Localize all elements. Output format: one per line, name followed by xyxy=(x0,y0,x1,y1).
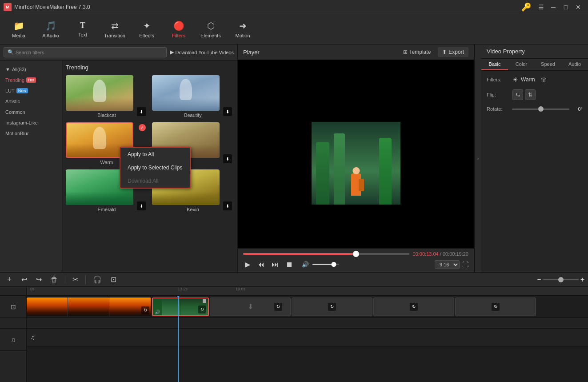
audio-track-row: ♫ xyxy=(27,329,588,346)
progress-bar[interactable] xyxy=(243,253,409,255)
expand-arrow-icon: ▼ xyxy=(5,67,10,72)
toolbar-media[interactable]: 📁 Media xyxy=(4,16,34,42)
volume-fill xyxy=(312,264,334,265)
sidebar-item-artistic[interactable]: Artistic xyxy=(0,96,62,107)
empty3-loop-btn[interactable]: ↻ xyxy=(410,303,418,311)
toolbar-text[interactable]: T Text xyxy=(68,16,98,42)
ctx-apply-all[interactable]: Apply to All xyxy=(120,148,190,161)
blackcat-download-btn[interactable]: ⬇ xyxy=(137,107,146,116)
ctx-apply-selected[interactable]: Apply to Selected Clips xyxy=(120,161,190,174)
app-logo: M xyxy=(4,3,12,11)
volume-thumb[interactable] xyxy=(332,262,336,267)
sidebar-item-motionblur[interactable]: MotionBlur xyxy=(0,128,62,139)
flip-horizontal-btn[interactable]: ⇆ xyxy=(512,89,523,100)
filter-blackcat[interactable]: ⬇ Blackcat xyxy=(66,75,148,118)
fullscreen-btn[interactable]: ⛶ xyxy=(462,261,468,268)
filter-beautify[interactable]: ⬇ Beautify xyxy=(152,75,234,118)
music-note-icon: ♫ xyxy=(30,334,35,341)
forest-clip-loop-btn[interactable]: ↻ xyxy=(198,306,206,314)
export-btn[interactable]: ⬆ Export xyxy=(438,47,468,57)
volume-bar[interactable] xyxy=(312,264,339,265)
next-btn[interactable]: ⏭ xyxy=(270,260,280,269)
crop-btn[interactable]: ⊡ xyxy=(108,274,119,285)
player-actions: ⊞ Template ⬆ Export xyxy=(400,47,468,57)
volume-btn[interactable]: 🔊 xyxy=(300,260,311,269)
filter-context-menu: Apply to All Apply to Selected Clips Dow… xyxy=(120,147,191,189)
warm-selected-check: ✓ xyxy=(139,124,146,131)
redo-btn[interactable]: ↪ xyxy=(33,274,44,285)
sidebar-item-trending[interactable]: Trending Hot xyxy=(0,75,62,85)
stop-btn[interactable]: ⏹ xyxy=(284,260,295,269)
filter-grid: ⬇ Blackcat ⬇ Beautify xyxy=(66,75,234,212)
zoom-in-btn[interactable]: + xyxy=(580,276,584,284)
panel-resizer[interactable]: › xyxy=(474,44,481,272)
volume-control: 🔊 xyxy=(300,260,339,269)
cut-btn[interactable]: ✂ xyxy=(70,274,81,285)
progress-thumb[interactable] xyxy=(353,251,359,257)
empty1-loop-btn[interactable]: ↻ xyxy=(274,303,282,311)
filter-sun-icon: ☀ xyxy=(512,76,518,83)
aspect-ratio-selector[interactable]: 9:16 16:9 1:1 xyxy=(435,260,460,269)
play-btn[interactable]: ▶ xyxy=(243,259,252,269)
properties-title: Video Property xyxy=(481,44,588,59)
toolbar-motion[interactable]: ➜ Motion xyxy=(228,16,258,42)
title-bar: M MiniTool MovieMaker Free 7.3.0 🔑 ☰ ─ □… xyxy=(0,0,588,14)
remove-filter-btn[interactable]: 🗑 xyxy=(540,76,547,83)
kevin-download-btn[interactable]: ⬇ xyxy=(223,201,232,210)
app-body: 🔍 Search filters ▶ Download YouTube Vide… xyxy=(0,44,588,382)
template-btn[interactable]: ⊞ Template xyxy=(400,47,435,57)
maximize-button[interactable]: □ xyxy=(560,2,572,12)
search-filters-input[interactable]: 🔍 Search filters xyxy=(4,47,167,57)
toolbar-audio[interactable]: 🎵 A Audio xyxy=(36,16,66,42)
tab-color[interactable]: Color xyxy=(508,59,535,70)
video-track-label: ⊡ xyxy=(0,296,26,318)
add-media-btn[interactable]: + xyxy=(4,274,15,285)
close-button[interactable]: ✕ xyxy=(572,2,584,12)
audio-btn[interactable]: 🎧 xyxy=(90,274,104,285)
flip-vertical-btn[interactable]: ⇅ xyxy=(525,89,536,100)
sidebar-item-common[interactable]: Common xyxy=(0,107,62,117)
beautify-download-btn[interactable]: ⬇ xyxy=(223,107,232,116)
delete-btn[interactable]: 🗑 xyxy=(48,275,60,285)
tab-audio[interactable]: Audio xyxy=(561,59,588,70)
filter-all[interactable]: ▼ All(83) xyxy=(0,64,62,75)
toolbar-motion-label: Motion xyxy=(235,33,250,38)
empty-clip-2[interactable]: ↻ xyxy=(292,298,372,316)
toolbar-effects[interactable]: ✦ Effects xyxy=(132,16,162,42)
minimize-button[interactable]: ─ xyxy=(547,2,560,12)
youtube-download-btn[interactable]: ▶ Download YouTube Videos xyxy=(170,49,234,55)
undo-btn[interactable]: ↩ xyxy=(19,274,30,285)
sunset-clip[interactable]: ↻ xyxy=(27,298,151,316)
toolbar-filters[interactable]: 🔴 Filters xyxy=(164,16,194,42)
empty-clip-4[interactable]: ↻ xyxy=(455,298,536,316)
zoom-out-btn[interactable]: − xyxy=(537,276,541,284)
empty4-loop-btn[interactable]: ↻ xyxy=(492,303,500,311)
sunset-clip-loop-btn[interactable]: ↻ xyxy=(141,306,149,314)
toolbar-effects-label: Effects xyxy=(139,33,154,38)
zoom-slider[interactable] xyxy=(543,279,579,280)
work-area: 🔍 Search filters ▶ Download YouTube Vide… xyxy=(0,44,588,272)
sidebar-item-lut[interactable]: LUT New xyxy=(0,85,62,96)
template-icon: ⊞ xyxy=(403,49,408,55)
video-track-icon[interactable]: ⊡ xyxy=(11,303,16,310)
emerald-download-btn[interactable]: ⬇ xyxy=(137,201,146,210)
tab-basic[interactable]: Basic xyxy=(481,59,508,70)
ruler-spacer xyxy=(0,287,26,296)
empty-clip-3[interactable]: ↻ xyxy=(373,298,454,316)
forest-clip[interactable]: 🔊 ↻ xyxy=(152,298,209,316)
progress-fill xyxy=(243,253,356,255)
sidebar-item-instagram[interactable]: Instagram-Like xyxy=(0,117,62,128)
empty2-loop-btn[interactable]: ↻ xyxy=(328,303,336,311)
rotate-slider[interactable] xyxy=(512,109,569,110)
tab-speed[interactable]: Speed xyxy=(535,59,561,70)
filter4-download-btn[interactable]: ⬇ xyxy=(223,154,232,163)
empty-clip-1[interactable]: ⬇ ↻ xyxy=(210,298,291,316)
audio-track-icon[interactable]: ♫ xyxy=(11,336,16,343)
trending-label: Trending xyxy=(5,77,24,83)
menu-button[interactable]: ☰ xyxy=(535,2,547,12)
toolbar-transition[interactable]: ⇄ Transition xyxy=(100,16,130,42)
prev-btn[interactable]: ⏮ xyxy=(256,260,266,269)
motion-icon: ➜ xyxy=(239,20,247,31)
timeline-playhead[interactable] xyxy=(178,296,179,382)
toolbar-elements[interactable]: ⬡ Elements xyxy=(196,16,226,42)
